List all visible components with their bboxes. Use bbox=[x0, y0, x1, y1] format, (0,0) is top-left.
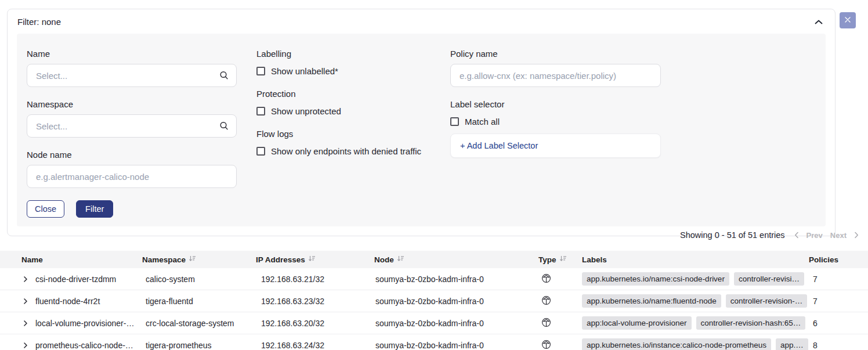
table-row[interactable]: csi-node-driver-tzdmm calico-system 192.… bbox=[0, 268, 868, 290]
checkbox-icon bbox=[450, 117, 459, 126]
column-header-label: Node bbox=[374, 255, 394, 264]
labelling-heading: Labelling bbox=[256, 49, 431, 59]
filter-panel-header: Filter: none bbox=[8, 9, 835, 34]
endpoint-name: fluentd-node-4rr2t bbox=[35, 297, 100, 306]
pod-icon bbox=[541, 317, 551, 329]
node-name-field-label: Node name bbox=[27, 150, 237, 160]
policies-count: 7 bbox=[809, 297, 868, 306]
denied-traffic-checkbox[interactable]: Show only endpoints with denied traffic bbox=[256, 146, 431, 156]
column-header-namespace[interactable]: Namespace bbox=[142, 255, 256, 264]
expand-row-icon[interactable] bbox=[22, 342, 29, 349]
endpoint-ip: 192.168.63.21/32 bbox=[256, 275, 374, 284]
policies-count: 8 bbox=[809, 341, 868, 350]
checkbox-icon bbox=[256, 107, 265, 116]
namespace-select-input[interactable] bbox=[27, 114, 237, 138]
table-row[interactable]: fluentd-node-4rr2t tigera-fluentd 192.16… bbox=[0, 290, 868, 312]
column-header-label: Namespace bbox=[142, 255, 186, 264]
showing-entries-text: Showing 0 - 51 of 51 entries bbox=[680, 230, 785, 240]
column-header-type[interactable]: Type bbox=[538, 255, 582, 264]
column-header-name: Name bbox=[0, 255, 142, 264]
show-unprotected-checkbox[interactable]: Show unprotected bbox=[256, 106, 431, 116]
match-all-label: Match all bbox=[465, 117, 500, 127]
pod-icon bbox=[541, 340, 551, 350]
endpoint-node: soumya-bz-0zbo-kadm-infra-0 bbox=[374, 275, 538, 284]
sort-icon bbox=[559, 255, 567, 264]
endpoint-node: soumya-bz-0zbo-kadm-infra-0 bbox=[374, 319, 538, 328]
protection-heading: Protection bbox=[256, 89, 431, 99]
endpoint-namespace: tigera-fluentd bbox=[142, 297, 256, 306]
column-header-label: Labels bbox=[582, 255, 607, 264]
table-row[interactable]: local-volume-provisioner-… crc-local-sto… bbox=[0, 312, 868, 334]
expand-row-icon[interactable] bbox=[22, 276, 29, 283]
table-row[interactable]: prometheus-calico-node-… tigera-promethe… bbox=[0, 334, 868, 350]
collapse-panel-button[interactable] bbox=[812, 16, 825, 27]
endpoint-namespace: crc-local-storage-system bbox=[142, 319, 256, 328]
chevron-left-icon[interactable] bbox=[794, 232, 799, 239]
endpoints-table: Name Namespace IP Addresses Node Type La… bbox=[0, 251, 868, 350]
endpoint-name: local-volume-provisioner-… bbox=[35, 319, 134, 328]
filter-button[interactable]: Filter bbox=[76, 200, 113, 218]
label-pill: app:local-volume-provisioner bbox=[582, 316, 692, 330]
endpoint-name: csi-node-driver-tzdmm bbox=[35, 275, 116, 284]
sort-icon bbox=[308, 255, 316, 264]
denied-traffic-label: Show only endpoints with denied traffic bbox=[271, 146, 421, 156]
chevron-right-icon[interactable] bbox=[854, 232, 859, 239]
label-pill: app.kubernetes.io/instance:calico-node-p… bbox=[582, 338, 771, 350]
filter-column-left: Name Namespace Node name bbox=[27, 49, 237, 218]
policy-name-field-label: Policy name bbox=[450, 49, 661, 59]
column-header-node[interactable]: Node bbox=[374, 255, 538, 264]
show-unlabelled-label: Show unlabelled* bbox=[271, 66, 338, 76]
table-header-row: Name Namespace IP Addresses Node Type La… bbox=[0, 251, 868, 268]
pod-icon bbox=[541, 295, 551, 307]
name-field-label: Name bbox=[27, 49, 237, 59]
prev-page-link[interactable]: Prev bbox=[806, 231, 823, 240]
label-pill: app.kubernetes.io/name:fluentd-node bbox=[582, 294, 721, 308]
show-unlabelled-checkbox[interactable]: Show unlabelled* bbox=[256, 66, 431, 76]
checkbox-icon bbox=[256, 67, 265, 75]
column-header-ip-addresses[interactable]: IP Addresses bbox=[256, 255, 374, 264]
namespace-field-label: Namespace bbox=[27, 99, 237, 109]
chevron-up-icon bbox=[815, 17, 823, 26]
pod-icon bbox=[541, 273, 551, 285]
endpoint-ip: 192.168.63.24/32 bbox=[256, 341, 374, 350]
next-page-link[interactable]: Next bbox=[830, 231, 847, 240]
endpoint-node: soumya-bz-0zbo-kadm-infra-0 bbox=[374, 297, 538, 306]
filter-panel-title: Filter: none bbox=[17, 17, 61, 27]
column-header-label: Policies bbox=[809, 255, 838, 264]
endpoint-namespace: calico-system bbox=[142, 275, 256, 284]
show-unprotected-label: Show unprotected bbox=[271, 106, 341, 116]
close-button[interactable]: Close bbox=[27, 200, 64, 218]
checkbox-icon bbox=[256, 147, 265, 156]
pagination-bar: Showing 0 - 51 of 51 entries Prev Next bbox=[680, 230, 859, 240]
filter-form: Name Namespace Node name bbox=[17, 34, 826, 226]
label-pill: controller-revisi… bbox=[734, 272, 804, 286]
filter-column-middle: Labelling Show unlabelled* Protection Sh… bbox=[256, 49, 431, 156]
endpoint-ip: 192.168.63.20/32 bbox=[256, 319, 374, 328]
label-selector-heading: Label selector bbox=[450, 99, 661, 109]
node-name-input[interactable] bbox=[27, 165, 237, 188]
column-header-label: Type bbox=[538, 255, 556, 264]
close-panel-button[interactable] bbox=[840, 12, 856, 28]
endpoint-namespace: tigera-prometheus bbox=[142, 341, 256, 350]
filter-column-right: Policy name Label selector Match all + A… bbox=[450, 49, 661, 158]
column-header-labels: Labels bbox=[582, 255, 809, 264]
add-label-selector-button[interactable]: + Add Label Selector bbox=[450, 133, 661, 158]
label-pill: controller-revision-… bbox=[726, 294, 808, 308]
close-icon bbox=[844, 16, 851, 25]
flow-logs-heading: Flow logs bbox=[256, 129, 431, 139]
name-select-input[interactable] bbox=[27, 64, 237, 87]
filter-panel: Filter: none Name Namespace bbox=[7, 9, 836, 236]
policies-count: 7 bbox=[809, 275, 868, 284]
sort-icon bbox=[397, 255, 404, 264]
expand-row-icon[interactable] bbox=[22, 298, 29, 305]
column-header-policies: Policies bbox=[809, 255, 868, 264]
column-header-label: IP Addresses bbox=[256, 255, 305, 264]
policy-name-input[interactable] bbox=[450, 64, 661, 87]
expand-row-icon[interactable] bbox=[22, 320, 29, 327]
match-all-checkbox[interactable]: Match all bbox=[450, 117, 661, 127]
label-pill: app.… bbox=[776, 338, 808, 350]
label-pill: app.kubernetes.io/name:csi-node-driver bbox=[582, 272, 729, 286]
endpoint-node: soumya-bz-0zbo-kadm-infra-0 bbox=[374, 341, 538, 350]
sort-icon bbox=[189, 255, 196, 264]
endpoint-ip: 192.168.63.23/32 bbox=[256, 297, 374, 306]
